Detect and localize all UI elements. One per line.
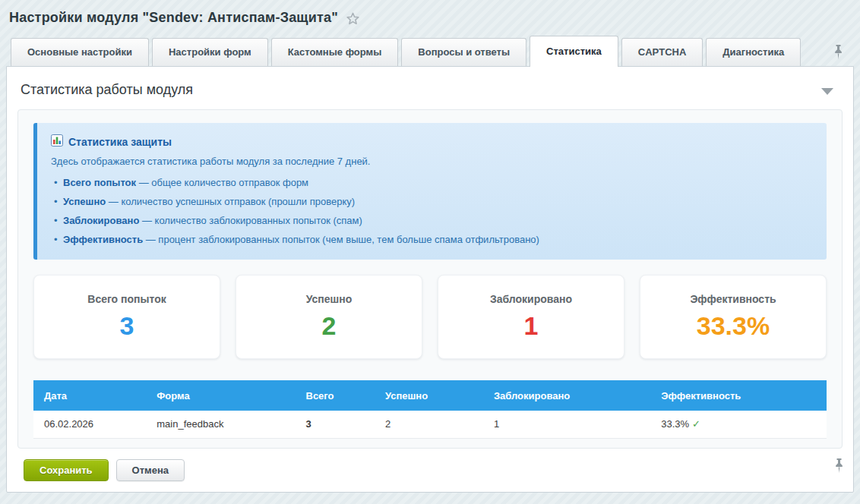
stat-card-blocked: Заблокировано 1 <box>438 275 624 359</box>
column-header-blocked: Заблокировано <box>483 380 650 411</box>
stat-card-value: 3 <box>34 311 220 341</box>
save-button[interactable]: Сохранить <box>24 459 109 481</box>
check-icon: ✓ <box>692 418 700 430</box>
bar-chart-icon <box>51 134 63 149</box>
info-box: Статистика защиты Здесь отображается ста… <box>33 123 827 260</box>
bullet-text: — процент заблокированных попыток (чем в… <box>146 234 539 245</box>
pin-icon[interactable] <box>833 44 843 60</box>
cell-efficiency: 33.3%✓ <box>650 411 827 438</box>
cancel-button[interactable]: Отмена <box>116 459 185 481</box>
collapse-section-icon[interactable] <box>821 88 833 95</box>
tab-custom-forms[interactable]: Кастомные формы <box>271 38 399 66</box>
column-header-form: Форма <box>146 380 295 411</box>
tab-diagnostics[interactable]: Диагностика <box>706 38 801 66</box>
table-header-row: Дата Форма Всего Успешно Заблокировано Э… <box>33 380 827 411</box>
cell-blocked: 1 <box>483 411 650 438</box>
stat-card-success: Успешно 2 <box>236 275 422 359</box>
bullet-term: Успешно <box>63 196 106 207</box>
stat-card-label: Успешно <box>236 293 422 305</box>
stat-cards: Всего попыток 3 Успешно 2 Заблокировано … <box>33 275 827 359</box>
stat-card-label: Заблокировано <box>438 293 624 305</box>
list-item: Заблокировано — количество заблокированн… <box>51 211 813 230</box>
bullet-term: Всего попыток <box>63 177 136 188</box>
cell-form: main_feedback <box>146 411 295 438</box>
info-box-list: Всего попыток — общее количество отправо… <box>51 173 813 249</box>
statistics-content: Статистика защиты Здесь отображается ста… <box>17 109 843 449</box>
tab-bar: Основные настройки Настройки форм Кастом… <box>6 35 854 66</box>
column-header-success: Успешно <box>375 380 483 411</box>
cell-total: 3 <box>296 411 375 438</box>
bullet-text: — количество успешных отправок (прошли п… <box>109 196 355 207</box>
stat-card-value: 2 <box>236 311 422 341</box>
table-row: 06.02.2026 main_feedback 3 2 1 33.3%✓ <box>33 411 827 438</box>
stat-card-efficiency: Эффективность 33.3% <box>640 275 827 359</box>
info-box-title-row: Статистика защиты <box>51 134 813 149</box>
tab-captcha[interactable]: CAPTCHA <box>621 38 703 66</box>
stat-card-total: Всего попыток 3 <box>33 275 220 359</box>
cell-date: 06.02.2026 <box>33 411 146 438</box>
stat-card-value: 33.3% <box>640 311 826 341</box>
page-title: Настройки модуля "Sendev: Антиспам-Защит… <box>9 10 338 26</box>
efficiency-value: 33.3% <box>661 418 689 430</box>
tab-questions-answers[interactable]: Вопросы и ответы <box>401 38 526 66</box>
footer-button-bar: Сохранить Отмена <box>7 449 853 481</box>
bullet-text: — количество заблокированных попыток (сп… <box>142 215 362 226</box>
statistics-table: Дата Форма Всего Успешно Заблокировано Э… <box>33 380 827 439</box>
stat-card-label: Всего попыток <box>34 293 220 305</box>
info-box-description: Здесь отображается статистика работы мод… <box>51 156 813 167</box>
column-header-total: Всего <box>296 380 375 411</box>
pin-icon[interactable] <box>834 458 844 474</box>
tab-form-settings[interactable]: Настройки форм <box>152 38 268 66</box>
stat-card-value: 1 <box>438 311 624 341</box>
list-item: Всего попыток — общее количество отправо… <box>51 173 813 192</box>
section-header: Статистика работы модуля <box>7 67 853 100</box>
bullet-text: — общее количество отправок форм <box>139 177 308 188</box>
bullet-term: Заблокировано <box>63 215 139 226</box>
section-title: Статистика работы модуля <box>21 82 193 98</box>
tab-statistics[interactable]: Статистика <box>530 36 618 67</box>
info-box-title: Статистика защиты <box>68 136 172 148</box>
stat-card-label: Эффективность <box>640 293 826 305</box>
column-header-date: Дата <box>33 380 146 411</box>
favorite-star-icon[interactable] <box>346 11 360 26</box>
bullet-term: Эффективность <box>63 234 143 245</box>
tab-content-panel: Статистика работы модуля Статистика защи… <box>6 66 854 493</box>
list-item: Эффективность — процент заблокированных … <box>51 230 813 249</box>
list-item: Успешно — количество успешных отправок (… <box>51 192 813 211</box>
cell-success: 2 <box>375 411 483 438</box>
tab-basic-settings[interactable]: Основные настройки <box>11 38 149 66</box>
column-header-efficiency: Эффективность <box>650 380 827 411</box>
page-header: Настройки модуля "Sendev: Антиспам-Защит… <box>0 0 860 35</box>
